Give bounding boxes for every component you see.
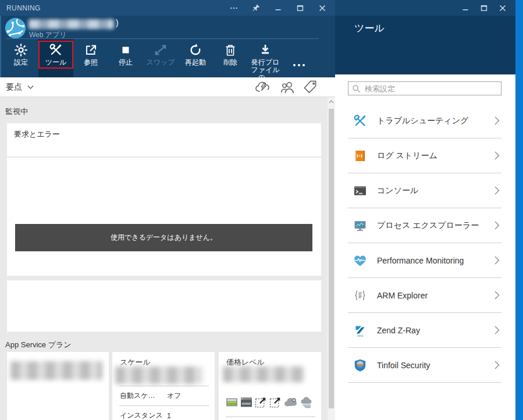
blade-scrollbar[interactable] bbox=[328, 97, 335, 420]
restart-icon bbox=[188, 43, 202, 57]
tool-item-label: プロセス エクスプローラー bbox=[377, 220, 494, 231]
tools-blade-body: トラブルシューティングログ ストリームコンソールプロセス エクスプローラーPer… bbox=[335, 74, 515, 420]
tool-item-zend-zray[interactable]: zendZend Z-Ray bbox=[348, 313, 501, 348]
maximize-button[interactable] bbox=[296, 4, 304, 12]
tinfoil-security-icon bbox=[353, 358, 367, 372]
tag-icon[interactable] bbox=[303, 80, 318, 94]
toolbar-button-settings[interactable]: 設定 bbox=[3, 39, 38, 77]
monitoring-section-label: 監視中 bbox=[5, 106, 28, 117]
minimize-button[interactable] bbox=[274, 4, 282, 12]
cloud-settings-icon bbox=[284, 396, 297, 408]
tool-item-console[interactable]: コンソール bbox=[348, 173, 501, 208]
cloud-lightning-icon[interactable] bbox=[255, 80, 272, 94]
tools-blade-titlebar bbox=[335, 0, 515, 16]
redacted-pricing-info bbox=[223, 366, 304, 382]
scale-row-label: 自動スケ… bbox=[119, 391, 167, 401]
scale-row: インスタンス1 bbox=[119, 405, 209, 420]
tile-divider bbox=[226, 417, 315, 417]
scrollbar-thumb[interactable] bbox=[329, 109, 334, 408]
search-input[interactable] bbox=[364, 84, 501, 94]
toolbar-button-label: 削除 bbox=[223, 59, 237, 66]
empty-chart-card[interactable] bbox=[7, 280, 321, 332]
plan-info-tile[interactable] bbox=[7, 352, 109, 420]
stop-icon bbox=[119, 43, 133, 57]
tool-item-performance-monitoring[interactable]: Performance Monitoring bbox=[348, 243, 501, 278]
webapp-blade: RUNNING ) Web アプリ 設定ツール参照停止スワップ再起動削除発行プロ… bbox=[0, 0, 335, 420]
pin-button[interactable] bbox=[252, 4, 260, 12]
webapp-globe-icon bbox=[5, 17, 26, 39]
requests-errors-card[interactable]: 要求とエラー bbox=[7, 123, 321, 156]
close-button[interactable] bbox=[499, 4, 507, 12]
hosting-plan-icon bbox=[226, 396, 238, 408]
app-name-suffix: ) bbox=[116, 18, 119, 27]
maximize-button[interactable] bbox=[480, 4, 488, 12]
tool-item-label: トラブルシューティング bbox=[377, 116, 494, 126]
chevron-right-icon bbox=[494, 361, 500, 369]
toolbar-button-label: 設定 bbox=[14, 59, 28, 66]
toolbar-button-browse[interactable]: 参照 bbox=[73, 39, 108, 77]
scale-rows: 自動スケ…オフインスタンス1 bbox=[119, 386, 209, 420]
chevron-right-icon bbox=[494, 186, 500, 195]
extension-icon bbox=[269, 396, 282, 408]
redacted-app-name bbox=[29, 19, 114, 29]
command-toolbar: 設定ツール参照停止スワップ再起動削除発行プロファイルの… bbox=[3, 39, 315, 77]
log-stream-icon bbox=[353, 149, 367, 163]
tools-blade: ツール トラブルシューティングログ ストリームコンソールプロセス エクスプローラ… bbox=[335, 0, 515, 420]
chevron-right-icon bbox=[494, 256, 500, 265]
swap-icon bbox=[154, 43, 168, 57]
tool-item-label: ARM Explorer bbox=[377, 291, 494, 300]
settings-search-box bbox=[348, 81, 501, 95]
toolbar-button-label: 停止 bbox=[119, 59, 133, 66]
scale-row-value: 1 bbox=[167, 412, 171, 420]
toolbar-button-delete[interactable]: 削除 bbox=[213, 39, 248, 77]
toolbar-button-label: 参照 bbox=[84, 59, 98, 66]
www-site-icon: WWW bbox=[240, 396, 252, 408]
process-explorer-icon bbox=[353, 219, 367, 233]
status-label: RUNNING bbox=[6, 4, 41, 12]
cloud-service-icon bbox=[300, 396, 313, 408]
pricing-tier-tile[interactable]: 価格レベル WWW bbox=[219, 352, 321, 420]
requests-errors-chart-area[interactable]: 使用できるデータはありません。 bbox=[7, 158, 321, 276]
chevron-right-icon bbox=[494, 151, 500, 160]
tool-item-label: コンソール bbox=[377, 186, 494, 196]
chevron-right-icon bbox=[494, 326, 500, 334]
extension-icon bbox=[255, 396, 267, 408]
tool-item-log-stream[interactable]: ログ ストリーム bbox=[348, 138, 501, 173]
toolbar-button-tools[interactable]: ツール bbox=[38, 39, 73, 77]
close-button[interactable] bbox=[318, 4, 326, 12]
troubleshoot-icon bbox=[353, 114, 367, 128]
webapp-blade-header: RUNNING ) Web アプリ 設定ツール参照停止スワップ再起動削除発行プロ… bbox=[0, 0, 335, 77]
toolbar-button-swap: スワップ bbox=[143, 39, 178, 77]
toolbar-button-restart[interactable]: 再起動 bbox=[178, 39, 213, 77]
toolbar-button-stop[interactable]: 停止 bbox=[108, 39, 143, 77]
toolbar-button-label: 再起動 bbox=[185, 59, 206, 66]
performance-monitoring-icon bbox=[353, 254, 367, 268]
tools-blade-header: ツール bbox=[335, 16, 515, 74]
console-icon bbox=[353, 184, 367, 198]
redacted-scale-info bbox=[115, 366, 202, 384]
tools-list: トラブルシューティングログ ストリームコンソールプロセス エクスプローラーPer… bbox=[348, 104, 501, 383]
scroll-up-icon[interactable] bbox=[328, 100, 335, 104]
scale-row-label: インスタンス bbox=[119, 411, 167, 420]
minimize-button[interactable] bbox=[461, 4, 469, 12]
scale-row: 自動スケ…オフ bbox=[119, 386, 209, 405]
chevron-down-icon[interactable] bbox=[27, 85, 34, 90]
tool-item-label: Tinfoil Security bbox=[377, 361, 494, 370]
chart-title: 要求とエラー bbox=[14, 129, 321, 140]
toolbar-button-publish-profile[interactable]: 発行プロファイルの… bbox=[248, 39, 283, 77]
gear-icon bbox=[14, 43, 28, 57]
more-button[interactable] bbox=[230, 4, 238, 12]
scale-tile[interactable]: スケール 自動スケ…オフインスタンス1 bbox=[112, 352, 215, 420]
tool-item-label: Performance Monitoring bbox=[377, 256, 494, 265]
users-icon[interactable] bbox=[279, 80, 296, 94]
browse-icon bbox=[84, 43, 98, 57]
redacted-plan-name bbox=[10, 361, 102, 380]
essentials-bar: 要点 bbox=[0, 77, 335, 97]
tool-item-process-explorer[interactable]: プロセス エクスプローラー bbox=[348, 208, 501, 243]
tool-item-tinfoil-security[interactable]: Tinfoil Security bbox=[348, 348, 501, 383]
tool-item-arm-explorer[interactable]: ARM Explorer bbox=[348, 278, 501, 313]
tool-item-troubleshooting[interactable]: トラブルシューティング bbox=[348, 104, 501, 138]
toolbar-more-button[interactable] bbox=[283, 39, 315, 77]
portal-accent-strip bbox=[515, 0, 523, 420]
tool-item-label: ログ ストリーム bbox=[377, 151, 494, 161]
